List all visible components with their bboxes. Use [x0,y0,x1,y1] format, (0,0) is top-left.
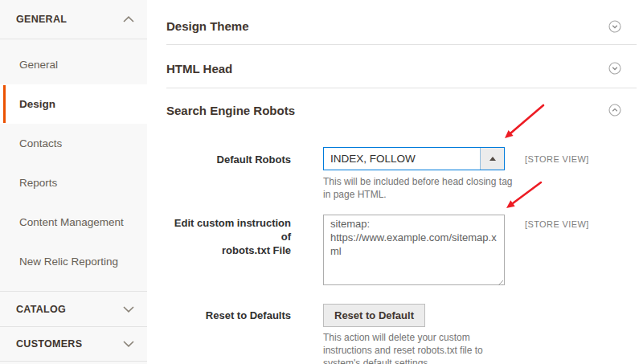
section-title: Design Theme [166,19,249,33]
collapse-chevron-down-icon[interactable] [608,62,621,75]
robots-txt-field: sitemap: https://www.example.com/sitemap… [323,215,505,288]
collapse-chevron-down-icon[interactable] [608,20,621,33]
section-title: HTML Head [166,62,232,76]
config-sidebar: GENERAL General Design Contacts Reports … [0,0,147,364]
reset-to-default-button[interactable]: Reset to Default [323,304,425,327]
reset-defaults-note: This action will delete your custom inst… [323,332,526,364]
chevron-down-icon [123,341,134,347]
robots-txt-textarea[interactable]: sitemap: https://www.example.com/sitemap… [323,215,505,285]
sidebar-item-label: General [19,59,58,71]
sidebar-item-label: New Relic Reporting [19,256,118,268]
sidebar-item-label: Reports [19,177,57,189]
sidebar-section-catalog-label: CATALOG [16,304,66,315]
section-title: Search Engine Robots [166,104,295,117]
sidebar-item-label: Content Management [19,216,124,228]
sidebar-item-reports[interactable]: Reports [0,163,147,202]
reset-defaults-label: Reset to Defaults [166,304,291,364]
sidebar-section-general-label: GENERAL [16,14,67,25]
sidebar-item-contacts[interactable]: Contacts [0,124,147,163]
field-row-robots-txt: Edit custom instruction of robots.txt Fi… [166,215,643,288]
collapse-chevron-up-icon[interactable] [608,104,621,117]
sidebar-section-general[interactable]: GENERAL [0,0,147,39]
sidebar-section-catalog[interactable]: CATALOG [0,291,147,326]
sidebar-item-general[interactable]: General [0,45,147,84]
config-content: Design Theme HTML Head Search Engine Rob… [147,0,643,364]
section-design-theme[interactable]: Design Theme [166,0,637,45]
sidebar-item-list: General Design Contacts Reports Content … [0,39,147,291]
default-robots-field: INDEX, FOLLOW This will be included befo… [323,147,505,201]
default-robots-note: This will be included before head closin… [323,175,526,201]
store-view-scope-label: [STORE VIEW] [525,215,589,288]
sidebar-item-label: Design [19,98,55,110]
section-search-engine-robots[interactable]: Search Engine Robots [166,88,637,132]
field-row-default-robots: Default Robots INDEX, FOLLOW This will b… [166,147,643,201]
field-row-reset-defaults: Reset to Defaults Reset to Default This … [166,304,643,364]
sidebar-section-customers[interactable]: CUSTOMERS [0,326,147,362]
sidebar-item-label: Contacts [19,137,62,149]
triangle-up-icon [489,157,496,161]
default-robots-select[interactable]: INDEX, FOLLOW [323,147,505,170]
default-robots-label: Default Robots [166,147,291,201]
config-page: GENERAL General Design Contacts Reports … [0,0,643,364]
sidebar-item-design[interactable]: Design [0,84,147,124]
sidebar-item-content-management[interactable]: Content Management [0,202,147,242]
chevron-up-icon [123,16,134,22]
sidebar-item-new-relic-reporting[interactable]: New Relic Reporting [0,242,147,281]
robots-txt-label: Edit custom instruction of robots.txt Fi… [166,215,291,288]
select-collapse-arrow-button[interactable] [480,148,504,170]
section-html-head[interactable]: HTML Head [166,45,637,88]
reset-defaults-field: Reset to Default This action will delete… [323,304,505,364]
chevron-down-icon [123,306,134,313]
store-view-scope-label: [STORE VIEW] [525,147,589,201]
default-robots-selected-value: INDEX, FOLLOW [324,148,480,170]
sidebar-section-customers-label: CUSTOMERS [16,338,82,350]
